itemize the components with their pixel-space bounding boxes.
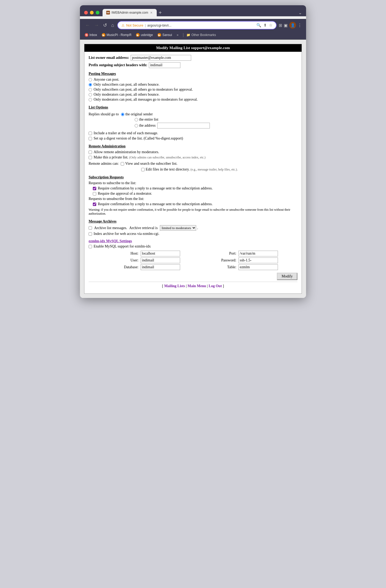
split-view-icon[interactable]: ▣ xyxy=(284,23,288,28)
post-radio-3[interactable] xyxy=(89,88,92,91)
enable-mysql-checkbox[interactable] xyxy=(89,245,92,248)
bookmark-usbridge[interactable]: ▶ usbridge xyxy=(134,33,154,37)
browser-toolbar-icons: ⊞ ▣ 👤 ⋮ xyxy=(279,22,302,29)
tab-menu-button[interactable]: ⌄ xyxy=(298,10,302,16)
other-bookmarks-folder[interactable]: 📁 Other Bookmarks xyxy=(186,33,216,37)
view-checkbox[interactable] xyxy=(121,162,124,166)
tab-favicon: IW xyxy=(106,11,110,14)
index-archive-option: Index archive for web access via ezmlm-c… xyxy=(89,232,297,236)
mailing-lists-link[interactable]: Mailing Lists xyxy=(164,284,185,288)
close-window-button[interactable] xyxy=(84,11,88,14)
enable-mysql-label: Enable MySQL support for ezmlm-idx xyxy=(94,244,151,249)
bookmarks-more-button[interactable]: » xyxy=(175,33,180,37)
avatar[interactable]: 👤 xyxy=(289,22,296,29)
post-label-5: Only moderators can post, all messages g… xyxy=(94,97,198,102)
search-icon[interactable]: 🔍 xyxy=(256,23,261,28)
sansui-favicon: ▶ xyxy=(158,33,161,37)
active-tab[interactable]: IW IWEBAdmin example.com × xyxy=(103,9,157,16)
private-list-small: (Only admins can subscribe, unsubscribe,… xyxy=(129,156,205,159)
archive-retrieval-select[interactable]: limited to moderators public private xyxy=(160,225,196,231)
forward-button[interactable]: → xyxy=(93,22,100,28)
mysql-heading-link[interactable]: ezmlm-idx MySQL Settings xyxy=(89,239,132,243)
form-body: List owner email address: Prefix outgoin… xyxy=(84,52,302,293)
table-label: Table: xyxy=(202,265,236,269)
form-title: Modify Mailing List support@example.com xyxy=(156,46,230,50)
require-confirm-unsubscribe-checkbox[interactable] xyxy=(93,203,96,206)
bookmark-sansui[interactable]: ▶ Sansui xyxy=(156,33,174,37)
reply-to-row: Replies should go to the original sender xyxy=(89,112,297,116)
back-button[interactable]: ← xyxy=(84,22,91,28)
post-option-2: Only subscribers can post, all others bo… xyxy=(89,82,297,87)
post-label-4: Only moderators can post, all others bou… xyxy=(94,92,159,97)
allow-remote-label: Allow remote administration by moderator… xyxy=(94,150,159,154)
prefix-label: Prefix outgoing subject headers with: xyxy=(89,63,147,67)
reply-radio-3[interactable] xyxy=(135,124,138,127)
address-bar-icons: 🔍 ⬆ ☆ xyxy=(256,23,272,28)
refresh-button[interactable]: ↺ xyxy=(102,22,108,28)
table-input[interactable] xyxy=(238,264,278,270)
new-tab-button[interactable]: + xyxy=(159,10,162,16)
index-archive-checkbox[interactable] xyxy=(89,232,92,236)
reply-address-input[interactable] xyxy=(157,123,210,128)
share-icon[interactable]: ⬆ xyxy=(263,23,267,28)
trailer-label: Include a trailer at the end of each mes… xyxy=(94,131,158,135)
main-menu-link[interactable]: Main Menu xyxy=(187,284,206,288)
mysql-grid: Host: Port: User: Password: Database: Ta… xyxy=(104,251,297,270)
remote-admins-row: Remote admins can: View and search the s… xyxy=(89,162,297,166)
password-label: Password: xyxy=(202,258,236,262)
post-option-4: Only moderators can post, all others bou… xyxy=(89,92,297,97)
address-separator: | xyxy=(145,23,146,27)
edit-checkbox[interactable] xyxy=(141,168,145,171)
browser-window: IW IWEBAdmin example.com × + ⌄ ← → ↺ ⌂ ⚠… xyxy=(80,5,306,298)
other-bookmarks-label: Other Bookmarks xyxy=(191,33,216,37)
subscribe-requests-label: Requests to subscribe to the list: xyxy=(89,181,297,185)
require-approval-label: Require the approval of a moderator. xyxy=(98,192,152,196)
maximize-window-button[interactable] xyxy=(96,11,99,14)
home-button[interactable]: ⌂ xyxy=(110,22,115,28)
reply-radio-1[interactable] xyxy=(121,113,124,116)
require-approval-checkbox[interactable] xyxy=(93,192,96,195)
host-input[interactable] xyxy=(141,251,180,256)
modify-button[interactable]: Modify xyxy=(277,273,297,280)
port-input[interactable] xyxy=(238,251,278,256)
prefix-input[interactable] xyxy=(149,62,180,68)
user-input[interactable] xyxy=(141,257,180,263)
bookmark-usbridge-label: usbridge xyxy=(141,33,153,37)
database-input[interactable] xyxy=(141,264,180,270)
private-list-label: Make this a private list. (Only admins c… xyxy=(94,155,206,159)
bookmark-musicpi-label: MusicPI - RompЯ xyxy=(106,33,131,37)
bookmark-musicpi[interactable]: ▶ MusicPI - RompЯ xyxy=(100,33,133,37)
require-confirm-subscribe-checkbox[interactable] xyxy=(93,187,96,190)
digest-checkbox[interactable] xyxy=(89,137,92,140)
private-list-checkbox[interactable] xyxy=(89,156,92,159)
post-radio-4[interactable] xyxy=(89,93,92,96)
post-option-1: Anyone can post. xyxy=(89,78,297,82)
database-label: Database: xyxy=(104,265,139,269)
bookmark-icon[interactable]: ☆ xyxy=(269,23,272,28)
bookmark-inbox[interactable]: N Inbox xyxy=(83,33,99,37)
post-label-3: Only subscribers can post, all others go… xyxy=(94,87,193,92)
tab-close-button[interactable]: × xyxy=(150,11,153,15)
form-header: Modify Mailing List support@example.com xyxy=(84,44,302,52)
edit-files-row: Edit files in the text directory. (e.g.,… xyxy=(141,167,297,172)
reply-radio-2[interactable] xyxy=(135,118,138,121)
archive-checkbox[interactable] xyxy=(89,226,92,230)
posting-messages-heading: Posting Messages xyxy=(89,72,297,76)
more-menu-icon[interactable]: ⋮ xyxy=(298,23,302,28)
musicpi-favicon: ▶ xyxy=(102,33,105,37)
post-radio-1[interactable] xyxy=(89,78,92,81)
reply-entire-list-row: the entire list xyxy=(135,117,297,122)
extensions-icon[interactable]: ⊞ xyxy=(279,23,282,28)
minimize-window-button[interactable] xyxy=(90,11,94,14)
message-archives-heading: Message Archives xyxy=(89,219,297,224)
post-radio-5[interactable] xyxy=(89,98,92,101)
digest-label: Set up a digest version of the list. (Ca… xyxy=(94,136,183,141)
prefix-row: Prefix outgoing subject headers with: xyxy=(89,62,297,68)
allow-remote-checkbox[interactable] xyxy=(89,151,92,154)
address-bar[interactable]: ⚠ Not Secure | argos/cgi-bin/i... 🔍 ⬆ ☆ xyxy=(117,21,277,29)
post-radio-2[interactable] xyxy=(89,83,92,86)
trailer-checkbox[interactable] xyxy=(89,132,92,135)
list-owner-input[interactable] xyxy=(131,55,191,61)
log-out-link[interactable]: Log Out xyxy=(209,284,222,288)
password-input[interactable] xyxy=(238,257,278,263)
